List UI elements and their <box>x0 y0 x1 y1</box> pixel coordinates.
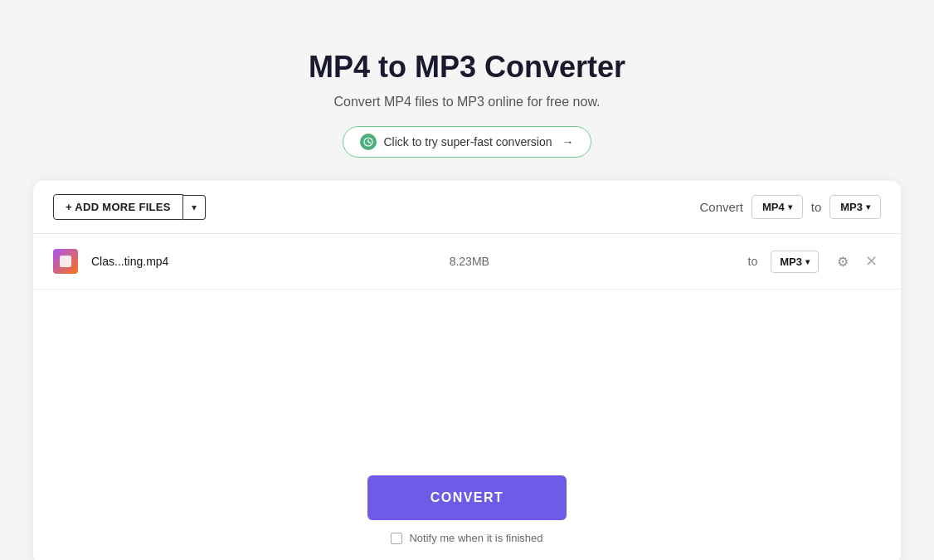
main-card: + ADD MORE FILES ▾ Convert MP4 ▾ to MP3 … <box>33 181 901 560</box>
convert-label: Convert <box>699 200 743 214</box>
page-title: MP4 to MP3 Converter <box>309 50 625 85</box>
svg-line-2 <box>368 142 371 144</box>
notify-row: Notify me when it is finished <box>391 532 542 544</box>
notify-checkbox[interactable] <box>391 533 402 544</box>
bottom-section: CONVERT Notify me when it is finished <box>33 455 901 560</box>
to-format-chevron: ▾ <box>866 202 870 212</box>
promo-pill[interactable]: Click to try super-fast conversion → <box>343 126 591 158</box>
file-name: Clas...ting.mp4 <box>91 255 191 268</box>
add-files-button[interactable]: + ADD MORE FILES <box>53 194 183 220</box>
empty-area <box>33 290 901 455</box>
toolbar-left: + ADD MORE FILES ▾ <box>53 194 206 220</box>
notify-label: Notify me when it is finished <box>409 532 542 544</box>
page-subtitle: Convert MP4 files to MP3 online for free… <box>333 95 600 110</box>
file-icon-inner <box>60 256 71 267</box>
file-format-chevron: ▾ <box>805 257 810 266</box>
file-format-label: MP3 <box>780 256 802 268</box>
to-format-label: MP3 <box>840 201 863 213</box>
file-format-select[interactable]: MP3 ▾ <box>771 251 819 273</box>
settings-icon[interactable]: ⚙ <box>837 254 849 270</box>
convert-button[interactable]: CONVERT <box>367 475 567 520</box>
promo-arrow: → <box>562 135 574 149</box>
add-files-dropdown-button[interactable]: ▾ <box>183 195 206 220</box>
close-icon[interactable]: ✕ <box>862 249 881 274</box>
from-format-button[interactable]: MP4 ▾ <box>752 195 803 219</box>
from-format-label: MP4 <box>762 201 785 213</box>
table-row: Clas...ting.mp4 8.23MB to MP3 ▾ ⚙ ✕ <box>33 234 901 290</box>
toolbar: + ADD MORE FILES ▾ Convert MP4 ▾ to MP3 … <box>33 181 901 234</box>
toolbar-right: Convert MP4 ▾ to MP3 ▾ <box>699 195 881 219</box>
to-format-button[interactable]: MP3 ▾ <box>829 195 881 219</box>
add-files-dropdown-arrow: ▾ <box>192 202 197 213</box>
from-format-chevron: ▾ <box>788 202 792 212</box>
file-icon <box>53 249 78 274</box>
clock-icon <box>360 134 377 150</box>
promo-text: Click to try super-fast conversion <box>383 135 552 149</box>
file-to-label: to <box>748 255 758 268</box>
to-label: to <box>811 200 822 214</box>
file-size: 8.23MB <box>204 255 735 268</box>
page-wrapper: MP4 to MP3 Converter Convert MP4 files t… <box>17 17 917 560</box>
file-list: Clas...ting.mp4 8.23MB to MP3 ▾ ⚙ ✕ <box>33 234 901 455</box>
